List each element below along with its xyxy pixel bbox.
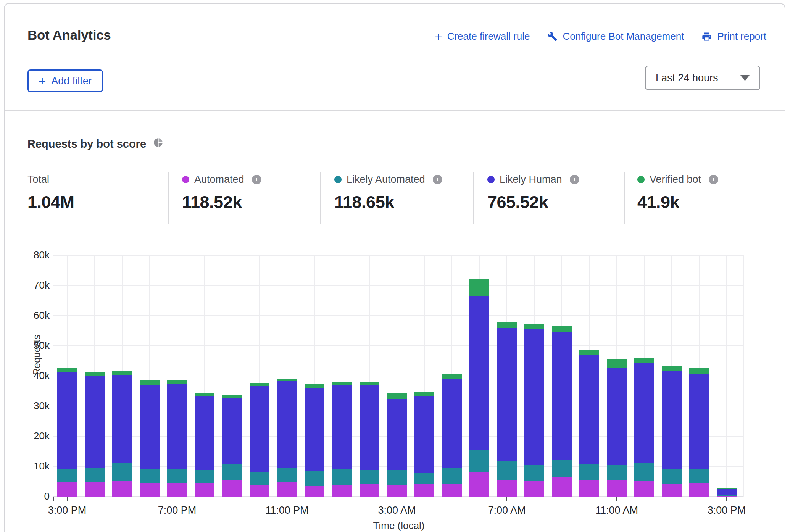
bar-group — [57, 368, 77, 497]
create-firewall-rule-label: Create firewall rule — [447, 31, 530, 42]
add-filter-label: Add filter — [51, 75, 92, 87]
bar-segment-verified-bot — [524, 324, 544, 329]
stat-likely-automated: Likely Automated i 118.65k — [334, 172, 442, 212]
bar-group — [579, 350, 599, 497]
bar-segment-likely-human — [250, 386, 269, 472]
bar-segment-automated — [140, 483, 160, 497]
x-axis-tick-label: 7:00 AM — [465, 505, 549, 516]
bar-segment-likely-human — [332, 385, 352, 469]
bar-segment-verified-bot — [387, 393, 407, 399]
bar-segment-verified-bot — [222, 395, 242, 398]
bar-segment-verified-bot — [195, 393, 214, 396]
bar-group — [524, 324, 544, 497]
bar-segment-automated — [662, 484, 682, 497]
h-gridline — [53, 255, 744, 256]
v-gridline — [743, 255, 744, 497]
x-axis-tick-label: 3:00 AM — [355, 505, 439, 516]
bar-segment-verified-bot — [140, 380, 160, 385]
h-gridline — [53, 315, 744, 316]
bar-segment-automated — [689, 483, 709, 497]
x-axis-tick — [726, 497, 727, 501]
info-icon[interactable]: i — [252, 175, 261, 184]
chevron-down-icon — [740, 75, 750, 81]
bar-segment-verified-bot — [689, 368, 709, 374]
bar-segment-likely-automated — [387, 470, 407, 485]
y-axis-tick-label: 30k — [11, 400, 50, 412]
y-axis-tick-label: 50k — [11, 340, 50, 351]
bar-segment-likely-automated — [195, 470, 214, 484]
y-axis-tick-label: 80k — [11, 249, 50, 261]
bar-segment-automated — [579, 480, 599, 497]
bar-segment-likely-human — [222, 398, 242, 464]
bar-segment-verified-bot — [360, 382, 379, 385]
bar-group — [497, 322, 517, 497]
bar-segment-likely-human — [634, 363, 654, 463]
bar-group — [250, 383, 269, 497]
bar-segment-likely-automated — [57, 469, 77, 482]
bar-group — [167, 380, 187, 497]
section-title-text: Requests by bot score — [27, 138, 146, 150]
bar-segment-likely-human — [85, 376, 105, 468]
bar-segment-automated — [277, 482, 297, 497]
bar-segment-automated — [250, 485, 269, 497]
configure-bot-management-link[interactable]: Configure Bot Management — [547, 31, 684, 42]
bar-segment-likely-human — [277, 381, 297, 468]
stat-likely-automated-value: 118.65k — [334, 192, 442, 212]
bar-segment-verified-bot — [112, 371, 132, 376]
bar-segment-likely-automated — [332, 469, 352, 485]
header-divider — [5, 110, 785, 111]
bar-segment-likely-human — [607, 368, 627, 465]
y-axis-tick-label: 60k — [11, 310, 50, 321]
bar-segment-verified-bot — [579, 350, 599, 355]
header-actions: + Create firewall rule Configure Bot Man… — [435, 31, 766, 42]
bar-segment-likely-automated — [689, 469, 709, 483]
create-firewall-rule-link[interactable]: + Create firewall rule — [435, 31, 530, 42]
bar-group — [85, 372, 105, 497]
bar-segment-likely-human — [167, 384, 187, 469]
bar-segment-likely-automated — [305, 471, 324, 486]
x-axis-tick-label: 11:00 AM — [575, 505, 659, 516]
legend-dot-automated — [182, 176, 189, 183]
x-axis-tick-label: 11:00 PM — [245, 505, 329, 516]
time-range-select[interactable]: Last 24 hours — [645, 66, 760, 90]
print-report-link[interactable]: Print report — [701, 31, 766, 42]
bar-segment-verified-bot — [57, 368, 77, 372]
add-filter-button[interactable]: + Add filter — [27, 69, 103, 92]
bar-segment-likely-automated — [442, 468, 462, 484]
stat-likely-human-value: 765.52k — [487, 192, 579, 212]
stat-verified-bot: Verified bot i 41.9k — [637, 172, 718, 212]
stat-automated-label: Automated — [194, 174, 244, 185]
bar-segment-automated — [112, 481, 132, 497]
bar-group — [387, 393, 407, 497]
bar-segment-automated — [332, 485, 352, 497]
bar-segment-likely-human — [442, 379, 462, 468]
bar-segment-likely-automated — [497, 461, 517, 480]
bar-segment-likely-human — [387, 399, 407, 470]
x-axis-tick — [397, 497, 397, 501]
x-axis-tick-label: 3:00 PM — [25, 505, 109, 516]
y-axis-tick-label: 70k — [11, 279, 50, 291]
bar-segment-automated — [195, 483, 214, 497]
info-icon[interactable]: i — [570, 175, 579, 184]
bar-group — [305, 384, 324, 497]
bar-segment-likely-human — [414, 396, 434, 473]
legend-dot-likely-human — [487, 176, 495, 183]
bar-segment-verified-bot — [442, 374, 462, 379]
bar-group — [332, 382, 352, 497]
info-icon[interactable]: i — [709, 175, 718, 184]
time-range-value: Last 24 hours — [656, 72, 718, 84]
bar-segment-automated — [442, 484, 462, 497]
bar-segment-likely-automated — [360, 470, 379, 484]
plus-icon: + — [39, 76, 46, 86]
bar-group — [634, 358, 654, 497]
bar-segment-verified-bot — [469, 279, 489, 296]
stat-divider — [624, 172, 625, 224]
chart-plot[interactable] — [53, 255, 744, 497]
bar-group — [662, 366, 682, 497]
x-axis-tick-label: 7:00 PM — [135, 505, 219, 516]
bar-group — [689, 368, 709, 497]
bar-segment-likely-automated — [552, 460, 572, 478]
bar-segment-likely-human — [57, 372, 77, 469]
bar-segment-likely-human — [579, 355, 599, 464]
info-icon[interactable]: i — [433, 175, 442, 184]
